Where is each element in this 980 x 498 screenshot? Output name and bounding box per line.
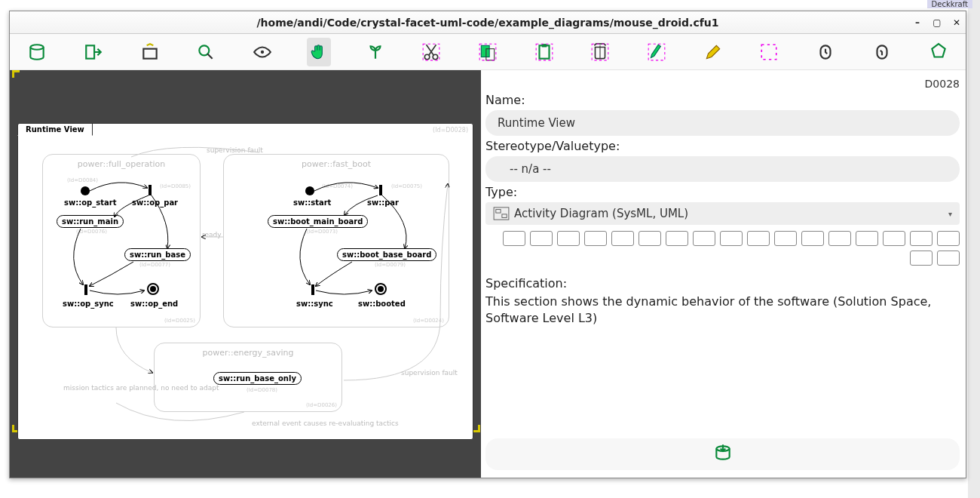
cut-icon[interactable] <box>419 38 444 66</box>
region-title: power::energy_saving <box>155 343 341 358</box>
type-option[interactable] <box>611 231 634 246</box>
svg-rect-12 <box>541 44 547 47</box>
node-label: sw::op_sync <box>63 300 114 308</box>
region-id: (Id=D0025) <box>164 318 195 324</box>
node-boot-base[interactable]: sw::boot_base_board <box>337 248 436 261</box>
diagram-id: D0028 <box>485 78 960 90</box>
paste-icon[interactable] <box>531 38 556 66</box>
type-option[interactable] <box>801 231 824 246</box>
about-icon[interactable] <box>926 38 951 66</box>
redo-icon[interactable] <box>870 38 895 66</box>
type-option[interactable] <box>910 251 933 266</box>
highlight-icon[interactable] <box>645 38 669 66</box>
node-run-main[interactable]: sw::run_main <box>57 215 124 228</box>
minimize-button[interactable]: – <box>911 17 923 29</box>
node-label: sw::booted <box>358 300 406 308</box>
region-id: (Id=D0026) <box>306 402 337 408</box>
type-option[interactable] <box>530 231 553 246</box>
diagram-type-grid <box>485 231 960 266</box>
type-label: Type: <box>485 185 960 199</box>
svg-rect-8 <box>481 45 489 57</box>
svg-rect-20 <box>496 210 501 214</box>
node-boot-main[interactable]: sw::boot_main_board <box>268 215 368 228</box>
commit-row <box>485 438 960 470</box>
new-window-icon[interactable] <box>137 38 162 66</box>
edit-icon[interactable] <box>700 38 725 66</box>
node-label: sw::sync <box>296 300 333 308</box>
svg-point-0 <box>31 45 44 50</box>
hand-icon[interactable] <box>307 38 332 66</box>
type-value: Activity Diagram (SysML, UML) <box>514 207 688 220</box>
type-option[interactable] <box>910 231 933 246</box>
reset-selection-icon[interactable] <box>757 38 782 66</box>
type-option[interactable] <box>883 231 905 246</box>
region-full-operation[interactable]: power::full_operation sw::op_start (Id=D… <box>42 154 201 327</box>
background-app-label: Deckkraft <box>927 0 972 8</box>
copy-icon[interactable] <box>476 38 501 66</box>
sheet-title-tab: Runtime View <box>17 123 93 136</box>
diagram-canvas[interactable]: Runtime View (Id=D0028) supervision faul… <box>10 70 481 478</box>
close-button[interactable]: ✕ <box>951 17 963 29</box>
type-option[interactable] <box>937 251 960 266</box>
svg-rect-16 <box>762 45 777 60</box>
node-id: (Id=D0076) <box>76 229 107 235</box>
delete-icon[interactable] <box>588 38 613 66</box>
node-label: sw::start <box>293 198 331 207</box>
name-input[interactable] <box>485 110 960 136</box>
spec-text[interactable]: This section shows the dynamic behavior … <box>485 294 960 326</box>
maximize-button[interactable]: ▢ <box>931 17 943 29</box>
node-label: sw::op_par <box>132 198 178 207</box>
node-id: (Id=D0085) <box>160 183 191 189</box>
type-option[interactable] <box>747 231 770 246</box>
search-icon[interactable] <box>194 38 219 66</box>
type-option[interactable] <box>856 231 878 246</box>
undo-icon[interactable] <box>813 38 838 66</box>
region-fast-boot[interactable]: power::fast_boot sw::start (Id=D0074) sw… <box>223 154 449 327</box>
type-select[interactable]: Activity Diagram (SysML, UML) ▾ <box>485 202 960 225</box>
edge-label: ready <box>202 231 222 238</box>
type-option[interactable] <box>828 231 851 246</box>
type-option[interactable] <box>639 231 661 246</box>
titlebar[interactable]: /home/andi/Code/crystal-facet-uml-code/e… <box>10 11 966 34</box>
svg-rect-11 <box>539 45 549 58</box>
type-option[interactable] <box>503 231 525 246</box>
region-title: power::fast_boot <box>224 155 449 169</box>
app-window: /home/andi/Code/crystal-facet-uml-code/e… <box>9 11 966 478</box>
type-option[interactable] <box>774 231 797 246</box>
node-id: (Id=D0079) <box>375 262 406 268</box>
region-title: power::full_operation <box>43 155 200 169</box>
edge-label: supervision fault <box>401 369 458 377</box>
type-option[interactable] <box>584 231 607 246</box>
node-id: (Id=D0078) <box>247 387 277 393</box>
plant-icon[interactable] <box>363 38 387 66</box>
svg-rect-21 <box>502 214 507 218</box>
toolbar <box>10 34 966 70</box>
database-icon[interactable] <box>25 38 50 66</box>
window-title: /home/andi/Code/crystal-facet-uml-code/e… <box>256 17 718 29</box>
stereotype-input[interactable] <box>485 156 960 182</box>
node-label: sw::op_end <box>130 300 178 308</box>
properties-panel: D0028 Name: Stereotype/Valuetype: Type: … <box>481 70 966 478</box>
export-icon[interactable] <box>81 38 106 66</box>
edge-label: supervision fault <box>207 146 263 154</box>
region-energy-saving[interactable]: power::energy_saving sw::run_base_only (… <box>154 343 342 412</box>
edge-label: external event causes re-evaluating tact… <box>252 420 399 427</box>
name-label: Name: <box>485 93 960 107</box>
chevron-down-icon: ▾ <box>948 210 952 218</box>
type-option[interactable] <box>557 231 580 246</box>
type-option[interactable] <box>720 231 743 246</box>
node-run-base[interactable]: sw::run_base <box>124 248 191 261</box>
svg-rect-2 <box>143 48 156 58</box>
node-label: sw::par <box>367 198 399 207</box>
eye-icon[interactable] <box>250 38 275 66</box>
type-option[interactable] <box>693 231 715 246</box>
diagram-sheet[interactable]: Runtime View (Id=D0028) supervision faul… <box>17 123 473 440</box>
type-option[interactable] <box>666 231 688 246</box>
commit-button[interactable] <box>713 443 733 466</box>
diagram-type-icon <box>493 207 510 220</box>
node-run-base-only[interactable]: sw::run_base_only <box>213 372 302 385</box>
svg-rect-1 <box>86 45 94 58</box>
type-option[interactable] <box>937 231 960 246</box>
node-id: (Id=D0084) <box>67 177 98 183</box>
node-id: (Id=D0077) <box>139 262 170 268</box>
